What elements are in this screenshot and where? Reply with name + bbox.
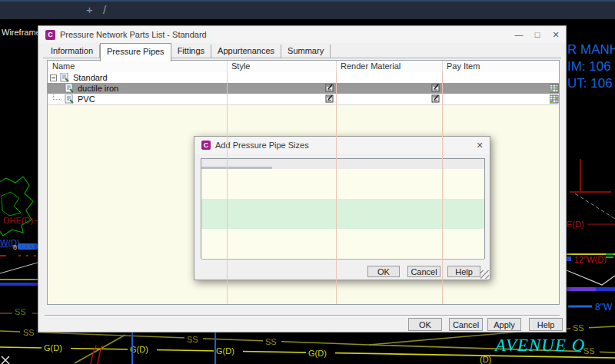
autocad-viewport: + / Wireframe] R MANH IM: 106 UT: 106 E(… [0, 0, 615, 364]
ss-label: SS [187, 335, 198, 344]
blue-marker [567, 256, 571, 261]
style-picker-icon[interactable] [325, 94, 334, 104]
grid-row-selected[interactable] [201, 219, 484, 230]
gd-label-partial: (D) [480, 355, 491, 364]
grid-row[interactable] [201, 189, 484, 200]
row-label: Standard [73, 73, 108, 82]
ss-label: SS [23, 328, 35, 337]
collapse-icon[interactable] [50, 74, 57, 81]
gray-dashed-line [575, 194, 615, 219]
button-label: Help [537, 320, 555, 329]
white-contour-line [0, 263, 38, 273]
grid-row[interactable] [201, 169, 484, 180]
pipe-sizes-grid[interactable] [201, 158, 485, 259]
help-button[interactable]: Help [529, 318, 563, 331]
footer-divider [45, 315, 560, 316]
button-label: OK [419, 320, 431, 329]
tab-fittings[interactable]: Fittings [171, 45, 211, 58]
ok-button[interactable]: OK [408, 318, 442, 331]
water-8-label: 8"W [595, 302, 613, 313]
add-dialog-title: Add Pressure Pipe Sizes [215, 141, 309, 150]
gd-label: G(D) [308, 349, 327, 358]
maximize-button[interactable]: □ [527, 27, 547, 42]
tab-appurtenances[interactable]: Appurtenances [211, 45, 281, 58]
pay-item-picker-icon[interactable] [550, 94, 559, 104]
manhole-label: R MANH [567, 42, 615, 57]
button-label: OK [377, 267, 390, 276]
column-header-render-material[interactable]: Render Material [341, 61, 401, 71]
minimize-button[interactable]: — [509, 27, 529, 42]
gd-label: G(D) [216, 346, 234, 356]
grid-row-selected[interactable] [201, 209, 484, 220]
render-material-picker-icon[interactable] [431, 94, 440, 104]
civil3d-app-icon: C [201, 141, 211, 150]
size-8-label: 8 [13, 243, 17, 251]
row-label: ductile iron [78, 84, 118, 93]
blue-bar [18, 243, 38, 250]
tree-scribble-inner [2, 192, 21, 216]
button-label: Apply [494, 320, 515, 329]
pipe-part-icon [65, 84, 74, 93]
rim-label: IM: 106 [567, 59, 611, 74]
table-row-ductile-iron[interactable]: ductile iron [48, 83, 559, 94]
help-button[interactable]: Help [447, 266, 480, 277]
table-row-pvc[interactable]: PVC [48, 94, 559, 105]
parts-list-icon [60, 73, 69, 82]
tab-information[interactable]: Information [45, 45, 100, 58]
ss-left-label: SS [15, 307, 26, 316]
resize-grip[interactable] [480, 270, 489, 279]
header-divider [442, 61, 443, 72]
column-header-style[interactable]: Style [231, 61, 250, 71]
tab-label: Summary [288, 46, 324, 55]
button-label: Cancel [453, 320, 479, 329]
grid-row[interactable] [201, 179, 484, 190]
apply-button[interactable]: Apply [487, 318, 521, 331]
table-row-standard[interactable]: Standard [48, 72, 559, 84]
gd-label: G(D) [44, 343, 62, 352]
ohe-right-label: E(D) [567, 220, 584, 229]
grid-row[interactable] [201, 239, 484, 250]
tab-summary[interactable]: Summary [281, 45, 331, 58]
column-header-name[interactable]: Name [52, 61, 75, 71]
close-icon[interactable]: ✕ [470, 137, 490, 153]
main-dialog-title: Pressure Network Parts List - Standard [60, 30, 207, 39]
civil3d-app-icon: C [45, 30, 55, 40]
pay-item-picker-icon[interactable] [550, 84, 559, 93]
cancel-button[interactable]: Cancel [407, 266, 440, 277]
tree-connector [53, 88, 62, 100]
grid-header: Name Style Render Material Pay Item [48, 61, 559, 73]
pipe-part-icon [65, 94, 74, 104]
tab-label: Appurtenances [218, 46, 274, 55]
main-dialog-titlebar[interactable]: C Pressure Network Parts List - Standard… [38, 26, 566, 43]
green-marks [606, 254, 613, 257]
button-label: Help [455, 267, 473, 276]
header-divider [227, 61, 228, 72]
tab-label: Fittings [178, 46, 204, 55]
grid-row-selected[interactable] [201, 199, 484, 210]
grid-row[interactable] [201, 229, 484, 240]
button-label: Cancel [411, 267, 437, 276]
tab-label: Information [51, 46, 93, 55]
render-material-picker-icon[interactable] [431, 84, 440, 93]
tree-scribble [0, 177, 33, 236]
grid-row[interactable] [201, 249, 484, 260]
row-label: PVC [78, 94, 95, 104]
column-header-pay-item[interactable]: Pay Item [447, 61, 480, 71]
add-pressure-pipe-sizes-dialog: C Add Pressure Pipe Sizes ✕ OK Cancel He… [194, 136, 490, 280]
close-button[interactable]: ✕ [546, 27, 566, 42]
crosshair-cursor [2, 356, 9, 364]
invert-out-label: UT: 106 [567, 76, 613, 91]
ok-button[interactable]: OK [367, 266, 400, 277]
grid-header-row [201, 159, 484, 170]
water-12-label: 12"W(D) [574, 255, 607, 264]
add-dialog-titlebar[interactable]: C Add Pressure Pipe Sizes ✕ [194, 137, 490, 154]
ohe-left-label: OHE(D) [3, 216, 33, 225]
purple-main-line [567, 287, 596, 291]
street-name-label: AVENUE O [494, 336, 585, 355]
white-contour-line [567, 270, 615, 285]
ss-label: SS [265, 337, 277, 346]
style-picker-icon[interactable] [325, 84, 334, 93]
header-divider [336, 61, 337, 72]
cancel-button[interactable]: Cancel [449, 318, 483, 331]
tab-pressure-pipes[interactable]: Pressure Pipes [100, 43, 171, 61]
